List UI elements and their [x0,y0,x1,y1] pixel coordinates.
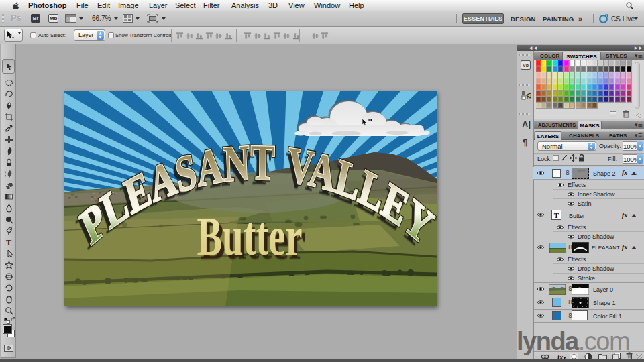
svg-text:T: T [6,238,11,247]
svg-text:,,: ,, [527,92,531,99]
svg-text:Butter: Butter [197,206,302,267]
